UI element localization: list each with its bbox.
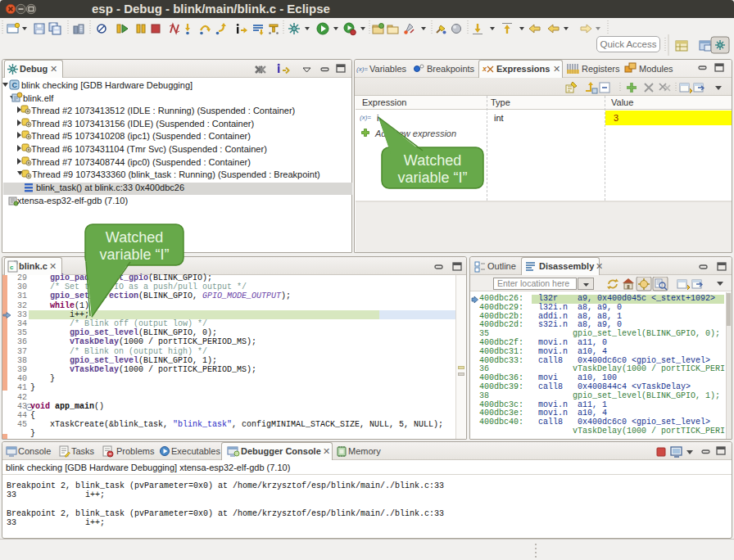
svg-text:(x)=: (x)=: [360, 114, 371, 121]
svg-text:c: c: [10, 264, 14, 271]
svg-text:(x)=: (x)=: [356, 65, 368, 73]
svg-text:C: C: [12, 81, 18, 89]
svg-text:x: x: [482, 65, 487, 73]
